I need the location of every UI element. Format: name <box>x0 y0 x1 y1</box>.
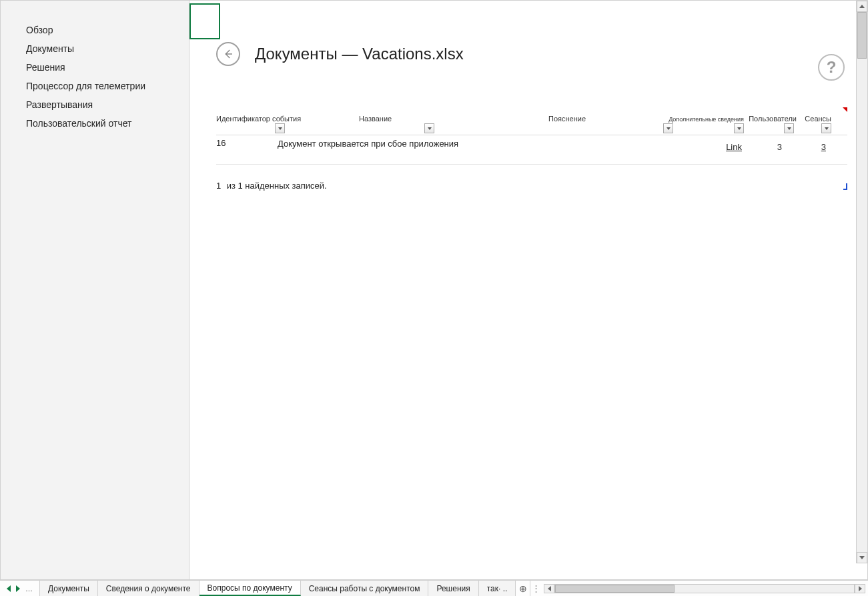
sheet-tab-document-sessions[interactable]: Сеансы работы с документом <box>301 581 429 596</box>
tab-nav-next[interactable] <box>16 585 20 592</box>
scroll-left-button[interactable] <box>544 584 554 593</box>
col-header-description: Пояснение <box>548 115 586 123</box>
sheet-tab-more[interactable]: так· .. <box>479 581 516 596</box>
main-content: Документы — Vacations.xlsx ? Идентификат… <box>189 1 867 579</box>
page-title: Документы — Vacations.xlsx <box>255 45 464 63</box>
scroll-up-button[interactable] <box>857 1 867 12</box>
sidebar-item-telemetry-processor[interactable]: Процессор для телеметрии <box>26 77 182 95</box>
sidebar: Обзор Документы Решения Процессор для те… <box>1 1 189 579</box>
table-row[interactable]: 16 Документ открывается при сбое приложе… <box>216 135 847 165</box>
horizontal-scroll-thumb[interactable] <box>555 585 675 593</box>
comment-indicator-icon[interactable] <box>843 107 847 112</box>
footer-text: из 1 найденных записей. <box>227 181 327 191</box>
filter-button-users[interactable] <box>784 123 794 133</box>
help-button[interactable]: ? <box>818 54 845 81</box>
sheet-tab-bar: … Документы Сведения о документе Вопросы… <box>0 580 868 596</box>
filter-button-info[interactable] <box>734 123 744 133</box>
cell-users: 3 <box>777 142 782 152</box>
sidebar-item-overview[interactable]: Обзор <box>26 21 182 39</box>
sheet-tab-solutions[interactable]: Решения <box>428 581 478 596</box>
resize-handle-icon[interactable] <box>843 183 847 190</box>
tab-nav-prev[interactable] <box>7 585 11 592</box>
filter-button-description[interactable] <box>663 123 673 133</box>
col-header-users: Пользователи <box>749 115 797 123</box>
tab-options-button[interactable]: ⋮ <box>530 581 541 596</box>
scroll-down-button[interactable] <box>857 552 867 563</box>
filter-button-event-id[interactable] <box>275 123 285 133</box>
table-header: Идентификатор события Название Пояснение… <box>216 107 847 135</box>
sidebar-item-solutions[interactable]: Решения <box>26 58 182 77</box>
cell-name: Документ открывается при сбое приложения <box>278 138 458 150</box>
horizontal-scrollbar[interactable] <box>541 581 868 596</box>
tab-nav-ellipsis[interactable]: … <box>25 585 33 593</box>
scroll-right-button[interactable] <box>855 584 865 593</box>
back-button[interactable] <box>216 42 240 66</box>
table-footer: 1 из 1 найденных записей. <box>216 181 847 191</box>
filter-button-sessions[interactable] <box>821 123 831 133</box>
cell-event-id: 16 <box>216 138 226 148</box>
sheet-tab-document-details[interactable]: Сведения о документе <box>98 581 199 596</box>
vertical-scroll-track[interactable] <box>857 12 867 552</box>
sheet-tab-document-issues[interactable]: Вопросы по документу <box>199 581 301 596</box>
sidebar-item-deployments[interactable]: Развертывания <box>26 95 182 114</box>
sidebar-item-custom-report[interactable]: Пользовательский отчет <box>26 114 182 133</box>
arrow-left-icon <box>222 48 234 60</box>
cell-info-link[interactable]: Link <box>726 142 742 152</box>
selected-cell-indicator[interactable] <box>189 3 220 39</box>
sheet-tab-documents[interactable]: Документы <box>39 581 98 596</box>
add-sheet-button[interactable]: ⊕ <box>516 581 530 596</box>
horizontal-scroll-track[interactable] <box>554 584 855 593</box>
cell-sessions-link[interactable]: 3 <box>821 142 826 152</box>
vertical-scroll-thumb[interactable] <box>857 12 867 59</box>
footer-count: 1 <box>216 181 224 191</box>
question-icon: ? <box>827 58 837 77</box>
sidebar-item-documents[interactable]: Документы <box>26 39 182 58</box>
events-table: Идентификатор события Название Пояснение… <box>216 107 847 191</box>
filter-button-name[interactable] <box>424 123 434 133</box>
col-header-sessions: Сеансы <box>805 115 831 123</box>
col-header-name: Название <box>359 115 392 123</box>
col-header-info: Дополнительные сведения <box>669 116 744 123</box>
col-header-event-id: Идентификатор события <box>216 115 301 123</box>
vertical-scrollbar[interactable] <box>856 1 867 563</box>
